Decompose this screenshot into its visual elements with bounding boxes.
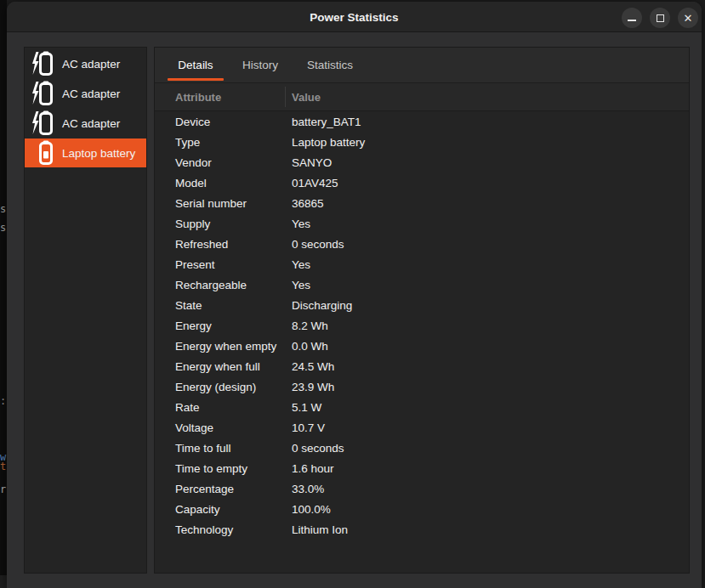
value-cell: Discharging — [285, 299, 352, 312]
table-row[interactable]: Capacity 100.0% — [155, 499, 689, 519]
value-cell: 36865 — [285, 197, 324, 210]
attribute-cell: Vendor — [155, 156, 285, 169]
device-icon — [30, 110, 57, 136]
background-window-strip: ss:wtur — [0, 0, 7, 575]
attribute-table: Device battery_BAT1 Type Laptop battery … — [155, 111, 689, 540]
table-row[interactable]: Supply Yes — [155, 213, 689, 234]
attribute-cell: Voltage — [155, 421, 285, 434]
attribute-cell: State — [155, 299, 285, 312]
value-cell: Yes — [285, 279, 310, 291]
tab[interactable]: Details — [166, 48, 225, 82]
tab[interactable]: Statistics — [295, 48, 365, 82]
background-text-fragment: r — [0, 484, 6, 495]
background-window-strip-bottom — [0, 575, 7, 588]
table-row[interactable]: Rate 5.1 W — [155, 397, 689, 417]
table-row[interactable]: Serial number 36865 — [155, 193, 689, 213]
table-row[interactable]: Rechargeable Yes — [155, 274, 689, 295]
table-row[interactable]: Type Laptop battery — [155, 132, 689, 152]
device-list-item[interactable]: AC adapter — [25, 49, 146, 78]
minimize-button[interactable] — [622, 8, 642, 28]
device-label: Laptop battery — [62, 147, 135, 160]
background-text-fragment: s — [0, 223, 6, 233]
table-row[interactable]: Time to full 0 seconds — [155, 438, 689, 458]
attribute-column-header[interactable]: Attribute — [155, 91, 285, 104]
titlebar[interactable]: Power Statistics ✕ — [7, 2, 702, 32]
attribute-cell: Serial number — [155, 197, 285, 210]
background-text-fragment: tu — [0, 461, 7, 472]
table-row[interactable]: Voltage 10.7 V — [155, 417, 689, 438]
attribute-cell: Rechargeable — [155, 279, 285, 291]
tab-bar: Details History Statistics — [155, 48, 689, 83]
attribute-cell: Capacity — [155, 503, 285, 516]
table-row[interactable]: State Discharging — [155, 295, 689, 315]
value-cell: 0 seconds — [285, 442, 344, 455]
lightning-icon — [32, 82, 39, 105]
table-row[interactable]: Device battery_BAT1 — [155, 111, 689, 132]
attribute-cell: Percentage — [155, 483, 285, 495]
power-statistics-window: Power Statistics ✕ AC adapter AC adapter — [7, 2, 702, 588]
value-cell: 01AV425 — [285, 177, 338, 189]
battery-body — [41, 54, 52, 75]
attribute-cell: Energy when empty — [155, 340, 285, 353]
table-header-row: Attribute Value — [155, 83, 689, 111]
value-cell: 8.2 Wh — [285, 319, 328, 332]
attribute-cell: Time to full — [155, 442, 285, 455]
table-row[interactable]: Percentage 33.0% — [155, 478, 689, 499]
table-row[interactable]: Energy when empty 0.0 Wh — [155, 336, 689, 356]
table-row[interactable]: Model 01AV425 — [155, 172, 689, 193]
table-row[interactable]: Time to empty 1.6 hour — [155, 458, 689, 478]
attribute-cell: Refreshed — [155, 238, 285, 251]
table-row[interactable]: Present Yes — [155, 254, 689, 274]
device-list-item[interactable]: Laptop battery — [25, 139, 146, 167]
table-row[interactable]: Energy (design) 23.9 Wh — [155, 376, 689, 397]
value-cell: 10.7 V — [285, 421, 325, 434]
attribute-cell: Model — [155, 177, 285, 189]
value-cell: SANYO — [285, 156, 332, 169]
tab-label: Details — [178, 59, 213, 71]
table-row[interactable]: Energy when full 24.5 Wh — [155, 356, 689, 376]
attribute-cell: Time to empty — [155, 462, 285, 475]
maximize-icon — [657, 14, 664, 22]
lightning-icon — [32, 111, 39, 134]
value-column-header[interactable]: Value — [285, 91, 321, 104]
device-list-item[interactable]: AC adapter — [25, 79, 146, 108]
column-separator — [285, 87, 286, 107]
close-button[interactable]: ✕ — [678, 8, 698, 28]
background-text-fragment: : — [0, 396, 6, 406]
table-row[interactable]: Vendor SANYO — [155, 152, 689, 172]
maximize-button[interactable] — [650, 8, 670, 28]
value-cell: 5.1 W — [285, 401, 321, 414]
attribute-cell: Present — [155, 258, 285, 271]
battery-body — [41, 114, 52, 134]
value-cell: Lithium Ion — [285, 523, 348, 536]
minimize-icon — [628, 20, 636, 21]
tab[interactable]: History — [230, 48, 290, 82]
attribute-cell: Energy (design) — [155, 381, 285, 393]
device-icon — [30, 51, 57, 76]
attribute-cell: Supply — [155, 218, 285, 230]
attribute-cell: Device — [155, 116, 285, 128]
attribute-cell: Rate — [155, 401, 285, 414]
value-cell: battery_BAT1 — [285, 116, 361, 128]
device-icon — [30, 140, 57, 166]
battery-body — [41, 84, 52, 105]
table-row[interactable]: Technology Lithium Ion — [155, 519, 689, 540]
value-cell: Yes — [285, 258, 310, 271]
table-row[interactable]: Energy 8.2 Wh — [155, 315, 689, 336]
device-label: AC adapter — [62, 117, 120, 130]
device-label: AC adapter — [62, 88, 120, 100]
battery-charge-fill — [43, 151, 48, 159]
tab-label: Statistics — [307, 59, 353, 71]
value-cell: Laptop battery — [285, 136, 365, 149]
value-cell: 33.0% — [285, 483, 324, 495]
table-row[interactable]: Refreshed 0 seconds — [155, 234, 689, 254]
value-cell: 0.0 Wh — [285, 340, 328, 353]
value-cell: 23.9 Wh — [285, 381, 334, 393]
device-list-item[interactable]: AC adapter — [25, 109, 146, 138]
tab-label: History — [242, 59, 278, 71]
value-cell: 100.0% — [285, 503, 331, 516]
value-cell: 1.6 hour — [285, 462, 334, 475]
details-panel: Details History Statistics Attribute Val… — [154, 47, 690, 574]
attribute-cell: Type — [155, 136, 285, 149]
value-cell: 0 seconds — [285, 238, 344, 251]
